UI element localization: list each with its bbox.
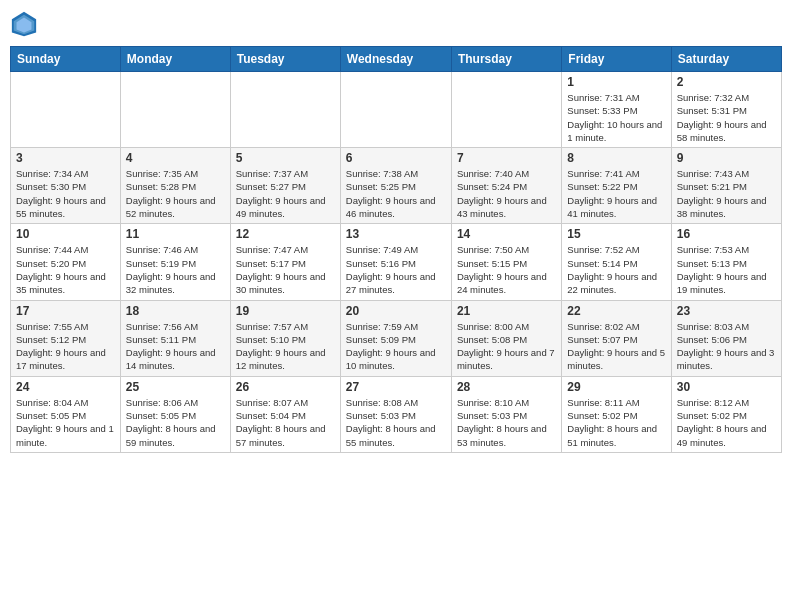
calendar-header-row: SundayMondayTuesdayWednesdayThursdayFrid… (11, 47, 782, 72)
day-number: 24 (16, 380, 115, 394)
day-info: Sunrise: 7:35 AMSunset: 5:28 PMDaylight:… (126, 167, 225, 220)
day-info: Sunrise: 8:00 AMSunset: 5:08 PMDaylight:… (457, 320, 556, 373)
calendar-cell: 5Sunrise: 7:37 AMSunset: 5:27 PMDaylight… (230, 148, 340, 224)
day-info: Sunrise: 8:11 AMSunset: 5:02 PMDaylight:… (567, 396, 665, 449)
weekday-header-thursday: Thursday (451, 47, 561, 72)
calendar-cell: 6Sunrise: 7:38 AMSunset: 5:25 PMDaylight… (340, 148, 451, 224)
day-info: Sunrise: 7:38 AMSunset: 5:25 PMDaylight:… (346, 167, 446, 220)
day-number: 17 (16, 304, 115, 318)
day-number: 10 (16, 227, 115, 241)
calendar-cell: 23Sunrise: 8:03 AMSunset: 5:06 PMDayligh… (671, 300, 781, 376)
calendar-week-3: 10Sunrise: 7:44 AMSunset: 5:20 PMDayligh… (11, 224, 782, 300)
day-number: 2 (677, 75, 776, 89)
day-number: 29 (567, 380, 665, 394)
calendar-cell: 27Sunrise: 8:08 AMSunset: 5:03 PMDayligh… (340, 376, 451, 452)
calendar-cell: 16Sunrise: 7:53 AMSunset: 5:13 PMDayligh… (671, 224, 781, 300)
calendar-week-5: 24Sunrise: 8:04 AMSunset: 5:05 PMDayligh… (11, 376, 782, 452)
day-info: Sunrise: 8:12 AMSunset: 5:02 PMDaylight:… (677, 396, 776, 449)
day-info: Sunrise: 7:34 AMSunset: 5:30 PMDaylight:… (16, 167, 115, 220)
calendar-week-4: 17Sunrise: 7:55 AMSunset: 5:12 PMDayligh… (11, 300, 782, 376)
day-number: 7 (457, 151, 556, 165)
day-info: Sunrise: 7:50 AMSunset: 5:15 PMDaylight:… (457, 243, 556, 296)
empty-cell (340, 72, 451, 148)
day-number: 28 (457, 380, 556, 394)
calendar-cell: 18Sunrise: 7:56 AMSunset: 5:11 PMDayligh… (120, 300, 230, 376)
calendar-cell: 30Sunrise: 8:12 AMSunset: 5:02 PMDayligh… (671, 376, 781, 452)
day-number: 22 (567, 304, 665, 318)
day-info: Sunrise: 7:40 AMSunset: 5:24 PMDaylight:… (457, 167, 556, 220)
day-number: 6 (346, 151, 446, 165)
day-info: Sunrise: 7:41 AMSunset: 5:22 PMDaylight:… (567, 167, 665, 220)
day-number: 9 (677, 151, 776, 165)
day-number: 1 (567, 75, 665, 89)
calendar-cell: 1Sunrise: 7:31 AMSunset: 5:33 PMDaylight… (562, 72, 671, 148)
empty-cell (230, 72, 340, 148)
day-info: Sunrise: 7:31 AMSunset: 5:33 PMDaylight:… (567, 91, 665, 144)
day-info: Sunrise: 8:08 AMSunset: 5:03 PMDaylight:… (346, 396, 446, 449)
calendar-table: SundayMondayTuesdayWednesdayThursdayFrid… (10, 46, 782, 453)
logo-icon (10, 10, 38, 38)
day-number: 12 (236, 227, 335, 241)
calendar-cell: 2Sunrise: 7:32 AMSunset: 5:31 PMDaylight… (671, 72, 781, 148)
calendar-cell: 12Sunrise: 7:47 AMSunset: 5:17 PMDayligh… (230, 224, 340, 300)
day-number: 5 (236, 151, 335, 165)
calendar-cell: 9Sunrise: 7:43 AMSunset: 5:21 PMDaylight… (671, 148, 781, 224)
day-info: Sunrise: 7:57 AMSunset: 5:10 PMDaylight:… (236, 320, 335, 373)
calendar-cell: 4Sunrise: 7:35 AMSunset: 5:28 PMDaylight… (120, 148, 230, 224)
day-number: 4 (126, 151, 225, 165)
page: SundayMondayTuesdayWednesdayThursdayFrid… (0, 0, 792, 612)
logo (10, 10, 42, 38)
weekday-header-friday: Friday (562, 47, 671, 72)
empty-cell (11, 72, 121, 148)
day-number: 11 (126, 227, 225, 241)
day-info: Sunrise: 8:04 AMSunset: 5:05 PMDaylight:… (16, 396, 115, 449)
calendar-cell: 15Sunrise: 7:52 AMSunset: 5:14 PMDayligh… (562, 224, 671, 300)
day-info: Sunrise: 7:59 AMSunset: 5:09 PMDaylight:… (346, 320, 446, 373)
day-info: Sunrise: 7:55 AMSunset: 5:12 PMDaylight:… (16, 320, 115, 373)
day-number: 19 (236, 304, 335, 318)
day-info: Sunrise: 8:02 AMSunset: 5:07 PMDaylight:… (567, 320, 665, 373)
calendar-cell: 28Sunrise: 8:10 AMSunset: 5:03 PMDayligh… (451, 376, 561, 452)
day-number: 3 (16, 151, 115, 165)
day-info: Sunrise: 7:32 AMSunset: 5:31 PMDaylight:… (677, 91, 776, 144)
day-number: 25 (126, 380, 225, 394)
calendar-cell: 10Sunrise: 7:44 AMSunset: 5:20 PMDayligh… (11, 224, 121, 300)
weekday-header-monday: Monday (120, 47, 230, 72)
day-info: Sunrise: 8:10 AMSunset: 5:03 PMDaylight:… (457, 396, 556, 449)
calendar-cell: 8Sunrise: 7:41 AMSunset: 5:22 PMDaylight… (562, 148, 671, 224)
day-info: Sunrise: 8:03 AMSunset: 5:06 PMDaylight:… (677, 320, 776, 373)
day-info: Sunrise: 7:53 AMSunset: 5:13 PMDaylight:… (677, 243, 776, 296)
calendar-cell: 21Sunrise: 8:00 AMSunset: 5:08 PMDayligh… (451, 300, 561, 376)
day-number: 13 (346, 227, 446, 241)
day-number: 16 (677, 227, 776, 241)
day-info: Sunrise: 7:56 AMSunset: 5:11 PMDaylight:… (126, 320, 225, 373)
calendar-cell: 26Sunrise: 8:07 AMSunset: 5:04 PMDayligh… (230, 376, 340, 452)
day-number: 27 (346, 380, 446, 394)
empty-cell (120, 72, 230, 148)
day-info: Sunrise: 8:06 AMSunset: 5:05 PMDaylight:… (126, 396, 225, 449)
calendar-cell: 24Sunrise: 8:04 AMSunset: 5:05 PMDayligh… (11, 376, 121, 452)
empty-cell (451, 72, 561, 148)
day-number: 14 (457, 227, 556, 241)
calendar-cell: 17Sunrise: 7:55 AMSunset: 5:12 PMDayligh… (11, 300, 121, 376)
day-number: 23 (677, 304, 776, 318)
day-number: 15 (567, 227, 665, 241)
day-info: Sunrise: 7:44 AMSunset: 5:20 PMDaylight:… (16, 243, 115, 296)
weekday-header-saturday: Saturday (671, 47, 781, 72)
header (10, 10, 782, 38)
weekday-header-sunday: Sunday (11, 47, 121, 72)
calendar-cell: 25Sunrise: 8:06 AMSunset: 5:05 PMDayligh… (120, 376, 230, 452)
day-info: Sunrise: 7:52 AMSunset: 5:14 PMDaylight:… (567, 243, 665, 296)
day-info: Sunrise: 7:43 AMSunset: 5:21 PMDaylight:… (677, 167, 776, 220)
day-number: 18 (126, 304, 225, 318)
calendar-week-1: 1Sunrise: 7:31 AMSunset: 5:33 PMDaylight… (11, 72, 782, 148)
calendar-cell: 29Sunrise: 8:11 AMSunset: 5:02 PMDayligh… (562, 376, 671, 452)
day-number: 21 (457, 304, 556, 318)
calendar-cell: 13Sunrise: 7:49 AMSunset: 5:16 PMDayligh… (340, 224, 451, 300)
day-info: Sunrise: 8:07 AMSunset: 5:04 PMDaylight:… (236, 396, 335, 449)
day-info: Sunrise: 7:46 AMSunset: 5:19 PMDaylight:… (126, 243, 225, 296)
calendar-cell: 19Sunrise: 7:57 AMSunset: 5:10 PMDayligh… (230, 300, 340, 376)
day-number: 26 (236, 380, 335, 394)
day-info: Sunrise: 7:47 AMSunset: 5:17 PMDaylight:… (236, 243, 335, 296)
calendar-cell: 7Sunrise: 7:40 AMSunset: 5:24 PMDaylight… (451, 148, 561, 224)
